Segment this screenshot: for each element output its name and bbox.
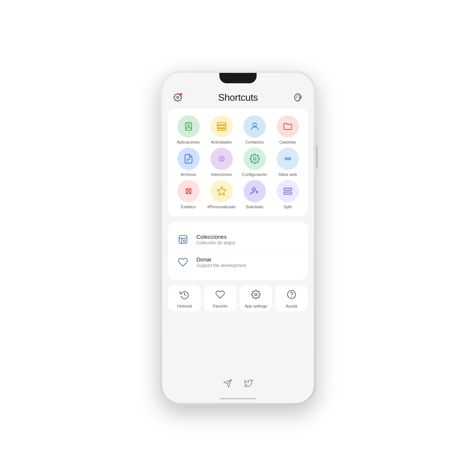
ayuda-label: Ayuda: [286, 304, 298, 308]
svg-rect-36: [284, 192, 292, 194]
shortcut-sitiosweb[interactable]: Sitios web: [272, 148, 303, 177]
bottom-nav: [162, 375, 314, 394]
actividades-label: Actividades: [211, 140, 232, 145]
help-icon: [287, 290, 296, 302]
list-item-colecciones[interactable]: Colecciones Colección de atajos: [173, 228, 303, 251]
app-header: Shortcuts: [162, 88, 314, 109]
svg-point-25: [253, 158, 256, 160]
actividades-icon-wrap: [210, 115, 233, 138]
bottom-item-appsettings[interactable]: App settings: [239, 285, 272, 311]
twitter-icon[interactable]: [244, 379, 253, 390]
svg-rect-37: [179, 235, 187, 243]
palette-icon[interactable]: [292, 91, 305, 104]
bottom-actions-grid: Historial Favorito: [168, 285, 308, 311]
heart-outline-icon: [215, 290, 225, 302]
archivos-icon-wrap: [177, 148, 200, 170]
configuracion-icon-wrap: [244, 148, 266, 170]
carpetas-label: Carpetas: [279, 140, 296, 145]
gear-icon: [251, 290, 261, 302]
estatico-icon-wrap: [177, 180, 200, 202]
notch: [219, 73, 257, 83]
status-bar: [162, 73, 314, 88]
shortcut-estatico[interactable]: Estático: [173, 180, 204, 209]
settings-alert-icon[interactable]: [171, 91, 184, 104]
shortcuts-grid: Aplicaciones Actividades: [173, 115, 303, 210]
svg-rect-35: [284, 188, 292, 190]
heart-icon: [176, 255, 190, 270]
aplicaciones-label: Aplicaciones: [177, 140, 200, 145]
svg-point-9: [189, 123, 190, 124]
historial-label: Historial: [177, 304, 192, 308]
telegram-icon[interactable]: [223, 379, 232, 390]
shortcut-split[interactable]: Split: [272, 180, 303, 209]
svg-point-26: [285, 158, 287, 160]
home-indicator: [162, 394, 314, 403]
aplicaciones-icon-wrap: [177, 115, 200, 138]
shortcut-intenciones[interactable]: Intenciones: [206, 148, 237, 177]
svg-rect-10: [217, 123, 226, 125]
donar-title: Donar: [196, 256, 246, 263]
svg-point-32: [252, 188, 255, 191]
phone-screen: Shortcuts: [162, 73, 314, 403]
shortcut-archivos[interactable]: Archivos: [173, 148, 204, 177]
contactos-icon-wrap: [244, 115, 266, 138]
shortcut-configuracion[interactable]: Configuración: [239, 148, 270, 177]
svg-line-24: [219, 160, 220, 161]
carpetas-icon-wrap: [277, 115, 299, 138]
intenciones-icon-wrap: [210, 148, 233, 170]
svg-point-40: [255, 293, 257, 296]
list-card: Colecciones Colección de atajos Donar: [168, 222, 308, 280]
configuracion-label: Configuración: [242, 172, 267, 177]
shortcut-solicitado[interactable]: Solicitado: [239, 180, 270, 209]
collections-icon: [176, 232, 190, 247]
svg-line-23: [223, 157, 223, 157]
donar-subtitle: Support the development: [196, 263, 246, 268]
svg-marker-31: [217, 187, 226, 195]
svg-point-1: [179, 93, 182, 96]
contactos-label: Contactos: [245, 140, 264, 145]
solicitado-icon-wrap: [244, 180, 266, 202]
colecciones-subtitle: Colección de atajos: [196, 240, 235, 245]
appsettings-label: App settings: [245, 304, 267, 308]
history-icon: [180, 290, 189, 302]
bottom-item-favorito[interactable]: Favorito: [204, 285, 237, 311]
list-item-donar[interactable]: Donar Support the development: [173, 251, 303, 273]
svg-point-27: [288, 158, 290, 160]
svg-point-16: [221, 158, 222, 160]
shortcut-carpetas[interactable]: Carpetas: [272, 115, 303, 145]
svg-point-13: [253, 123, 256, 126]
svg-point-8: [188, 123, 189, 124]
svg-point-3: [297, 95, 298, 96]
bottom-item-ayuda[interactable]: Ayuda: [275, 285, 308, 311]
colecciones-title: Colecciones: [196, 234, 235, 240]
svg-line-21: [219, 157, 220, 157]
shortcut-actividades[interactable]: Actividades: [206, 115, 237, 145]
split-label: Split: [284, 205, 292, 209]
svg-line-22: [223, 160, 223, 161]
svg-rect-12: [217, 129, 226, 131]
intenciones-label: Intenciones: [211, 172, 232, 177]
phone-frame: Shortcuts: [160, 71, 316, 405]
svg-point-41: [287, 290, 296, 299]
page-title: Shortcuts: [218, 92, 258, 103]
main-scroll: Aplicaciones Actividades: [162, 109, 314, 375]
shortcut-aplicaciones[interactable]: Aplicaciones: [173, 115, 204, 145]
shortcuts-card: Aplicaciones Actividades: [168, 109, 308, 216]
favorito-label: Favorito: [213, 304, 228, 308]
solicitado-label: Solicitado: [246, 205, 264, 209]
home-bar: [219, 398, 257, 399]
svg-point-2: [296, 97, 297, 98]
shortcut-contactos[interactable]: Contactos: [239, 115, 270, 145]
screen-content: Shortcuts: [162, 73, 314, 403]
estatico-label: Estático: [181, 205, 196, 209]
svg-point-7: [186, 123, 187, 124]
sitiosweb-label: Sitios web: [278, 172, 297, 177]
archivos-label: Archivos: [180, 172, 196, 177]
svg-point-4: [299, 95, 300, 96]
svg-rect-11: [217, 126, 226, 128]
svg-point-0: [177, 96, 179, 99]
personalizado-label: #Personalizado: [208, 205, 236, 209]
split-icon-wrap: [277, 180, 299, 202]
bottom-item-historial[interactable]: Historial: [168, 285, 201, 311]
shortcut-personalizado[interactable]: #Personalizado: [206, 180, 237, 209]
